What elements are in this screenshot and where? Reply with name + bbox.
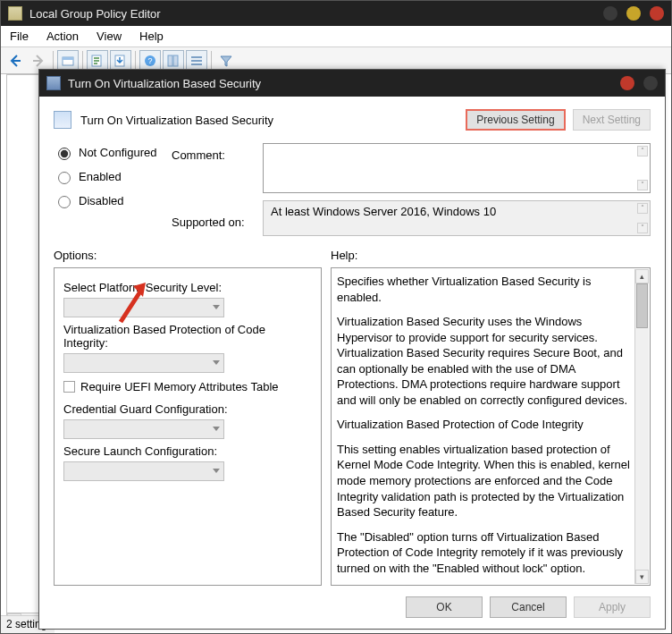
dialog-title-text: Turn On Virtualization Based Security: [68, 77, 261, 90]
opt-vbpci-label: Virtualization Based Protection of Code …: [63, 323, 312, 350]
menu-help[interactable]: Help: [130, 30, 172, 43]
scroll-up-icon[interactable]: ˄: [637, 203, 648, 214]
help-scrollbar[interactable]: ▴ ▾: [634, 269, 649, 584]
dialog-close-button[interactable]: [620, 76, 634, 90]
help-p2: Virtualization Based Security uses the W…: [337, 314, 632, 408]
radio-disabled[interactable]: Disabled: [54, 193, 161, 208]
comment-textarea[interactable]: ˄ ˅: [263, 143, 651, 193]
dialog-button-row: OK Cancel Apply: [54, 586, 651, 618]
policy-dialog: Turn On Virtualization Based Security Tu…: [38, 69, 666, 630]
menu-view[interactable]: View: [88, 30, 130, 43]
nav-back-icon[interactable]: [4, 50, 26, 72]
help-p1: Specifies whether Virtualization Based S…: [337, 274, 632, 305]
tool-list-icon[interactable]: [186, 50, 207, 72]
supported-on-text: At least Windows Server 2016, Windows 10: [271, 205, 496, 218]
comment-scroll[interactable]: ˄ ˅: [637, 146, 648, 190]
checkbox-icon[interactable]: [63, 381, 75, 393]
dialog-titlebar[interactable]: Turn On Virtualization Based Security: [39, 70, 665, 97]
opt-uefi-label: Require UEFI Memory Attributes Table: [80, 380, 279, 393]
scroll-up-icon[interactable]: ˄: [637, 146, 648, 156]
help-p4: This setting enables virtualization base…: [337, 442, 632, 520]
scroll-down-icon[interactable]: ▾: [635, 570, 649, 584]
supported-scroll[interactable]: ˄ ˅: [637, 203, 648, 233]
opt-vbpci-combo[interactable]: [63, 353, 224, 373]
scroll-up-icon[interactable]: ▴: [635, 269, 649, 283]
ok-button[interactable]: OK: [406, 596, 483, 618]
opt-securelaunch-combo[interactable]: [63, 461, 224, 481]
next-setting-button[interactable]: Next Setting: [573, 109, 651, 131]
radio-enabled[interactable]: Enabled: [54, 169, 161, 184]
svg-rect-7: [173, 55, 178, 66]
tool-export-icon[interactable]: [110, 50, 131, 72]
svg-text:?: ?: [147, 56, 152, 65]
radio-not-configured[interactable]: Not Configured: [54, 145, 161, 160]
opt-credguard-combo[interactable]: [63, 419, 224, 439]
help-text: Specifies whether Virtualization Based S…: [337, 274, 632, 579]
opt-securelaunch-label: Secure Launch Configuration:: [63, 444, 312, 458]
dialog-header-row: Turn On Virtualization Based Security Pr…: [54, 106, 651, 138]
previous-setting-button[interactable]: Previous Setting: [466, 109, 565, 131]
menu-action[interactable]: Action: [38, 30, 88, 43]
scroll-track[interactable]: [635, 283, 649, 570]
field-values: ˄ ˅ At least Windows Server 2016, Window…: [263, 143, 651, 236]
panels-row: Select Platform Security Level: Virtuali…: [54, 267, 651, 586]
gpedit-icon: [8, 6, 22, 21]
help-panel: Specifies whether Virtualization Based S…: [331, 267, 651, 586]
dialog-body: Turn On Virtualization Based Security Pr…: [39, 97, 665, 629]
field-labels: Comment: Supported on:: [172, 143, 252, 236]
maximize-button[interactable]: [626, 6, 641, 21]
supported-on-field: At least Windows Server 2016, Windows 10…: [263, 200, 651, 236]
options-panel: Select Platform Security Level: Virtuali…: [54, 267, 322, 586]
help-p3: Virtualization Based Protection of Code …: [337, 417, 632, 433]
comment-label: Comment:: [172, 148, 252, 162]
help-p5: The "Disabled" option turns off Virtuali…: [337, 529, 632, 577]
panel-labels: Options: Help:: [54, 249, 651, 262]
scroll-down-icon[interactable]: ˅: [637, 180, 648, 190]
radio-group: Not Configured Enabled Disabled: [54, 143, 161, 236]
tool-properties-icon[interactable]: [87, 50, 108, 72]
nav-forward-icon[interactable]: [28, 50, 49, 72]
radio-label: Disabled: [79, 194, 124, 207]
main-title: Local Group Policy Editor: [29, 7, 161, 21]
svg-rect-6: [168, 55, 172, 66]
tool-filter-icon[interactable]: [215, 50, 237, 72]
config-section: Not Configured Enabled Disabled Comment:…: [54, 138, 651, 236]
tool-help-icon[interactable]: ?: [139, 50, 161, 72]
radio-enabled-input[interactable]: [58, 172, 71, 184]
radio-not-configured-input[interactable]: [58, 148, 71, 160]
policy-icon: [54, 111, 71, 129]
close-button[interactable]: [650, 6, 664, 21]
help-label: Help:: [331, 249, 357, 262]
opt-platform-label: Select Platform Security Level:: [63, 281, 312, 294]
dialog-max-button[interactable]: [643, 76, 658, 90]
cancel-button[interactable]: Cancel: [490, 596, 567, 618]
opt-platform-combo[interactable]: [63, 298, 224, 317]
opt-uefi-checkbox[interactable]: Require UEFI Memory Attributes Table: [63, 380, 312, 393]
opt-credguard-label: Credential Guard Configuration:: [63, 402, 312, 416]
scroll-down-icon[interactable]: ˅: [637, 223, 648, 233]
apply-button[interactable]: Apply: [574, 596, 651, 618]
main-menubar: File Action View Help: [1, 26, 671, 47]
menu-file[interactable]: File: [1, 30, 38, 43]
svg-rect-1: [63, 57, 73, 60]
tool-refresh-icon[interactable]: [163, 50, 184, 72]
dialog-heading: Turn On Virtualization Based Security: [80, 114, 273, 127]
radio-label: Enabled: [79, 170, 122, 183]
options-label: Options:: [54, 249, 331, 262]
tool-up-icon[interactable]: [57, 50, 79, 72]
main-titlebar[interactable]: Local Group Policy Editor: [1, 1, 671, 26]
dialog-icon: [46, 76, 61, 90]
radio-disabled-input[interactable]: [58, 196, 71, 208]
minimize-button[interactable]: [603, 6, 617, 21]
radio-label: Not Configured: [79, 146, 156, 159]
supported-label: Supported on:: [172, 216, 252, 229]
scroll-thumb[interactable]: [636, 283, 648, 328]
